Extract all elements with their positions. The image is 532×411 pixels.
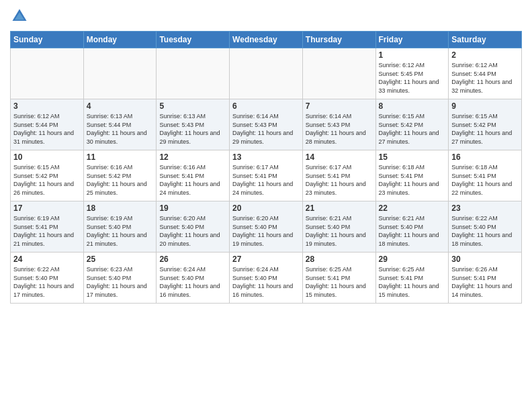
- day-info: Sunrise: 6:15 AMSunset: 5:42 PMDaylight:…: [379, 112, 446, 146]
- day-number: 14: [306, 152, 373, 162]
- week-row-3: 10Sunrise: 6:15 AMSunset: 5:42 PMDayligh…: [11, 150, 522, 201]
- weekday-header-row: SundayMondayTuesdayWednesdayThursdayFrid…: [11, 32, 522, 48]
- day-number: 20: [232, 203, 300, 213]
- day-number: 7: [306, 101, 373, 111]
- day-cell: 29Sunrise: 6:25 AMSunset: 5:41 PMDayligh…: [375, 253, 449, 304]
- day-cell: 27Sunrise: 6:24 AMSunset: 5:40 PMDayligh…: [230, 253, 303, 304]
- day-info: Sunrise: 6:19 AMSunset: 5:41 PMDaylight:…: [13, 214, 81, 248]
- day-cell: 23Sunrise: 6:22 AMSunset: 5:40 PMDayligh…: [449, 201, 522, 253]
- day-cell: 18Sunrise: 6:19 AMSunset: 5:40 PMDayligh…: [83, 201, 157, 253]
- day-number: 25: [87, 255, 154, 264]
- day-cell: [230, 48, 303, 99]
- day-info: Sunrise: 6:14 AMSunset: 5:43 PMDaylight:…: [306, 112, 373, 146]
- day-cell: 12Sunrise: 6:16 AMSunset: 5:41 PMDayligh…: [157, 150, 230, 201]
- day-number: 28: [306, 255, 373, 264]
- day-info: Sunrise: 6:21 AMSunset: 5:40 PMDaylight:…: [379, 214, 446, 248]
- day-cell: 19Sunrise: 6:20 AMSunset: 5:40 PMDayligh…: [157, 201, 230, 253]
- day-cell: 8Sunrise: 6:15 AMSunset: 5:42 PMDaylight…: [375, 99, 449, 150]
- calendar-table: SundayMondayTuesdayWednesdayThursdayFrid…: [10, 31, 522, 304]
- day-number: 22: [379, 203, 446, 213]
- day-cell: 5Sunrise: 6:13 AMSunset: 5:43 PMDaylight…: [157, 99, 230, 150]
- day-cell: [302, 48, 375, 99]
- day-cell: 24Sunrise: 6:22 AMSunset: 5:40 PMDayligh…: [11, 253, 84, 304]
- day-cell: [83, 48, 157, 99]
- day-number: 21: [306, 203, 373, 213]
- day-cell: 3Sunrise: 6:12 AMSunset: 5:44 PMDaylight…: [11, 99, 84, 150]
- day-info: Sunrise: 6:14 AMSunset: 5:43 PMDaylight:…: [232, 112, 300, 146]
- day-cell: 6Sunrise: 6:14 AMSunset: 5:43 PMDaylight…: [230, 99, 303, 150]
- day-info: Sunrise: 6:15 AMSunset: 5:42 PMDaylight:…: [13, 163, 81, 197]
- day-cell: 17Sunrise: 6:19 AMSunset: 5:41 PMDayligh…: [11, 201, 84, 253]
- day-info: Sunrise: 6:25 AMSunset: 5:41 PMDaylight:…: [306, 265, 373, 299]
- day-number: 6: [232, 101, 300, 111]
- day-cell: 22Sunrise: 6:21 AMSunset: 5:40 PMDayligh…: [375, 201, 449, 253]
- day-number: 11: [87, 152, 154, 162]
- day-cell: 25Sunrise: 6:23 AMSunset: 5:40 PMDayligh…: [83, 253, 157, 304]
- week-row-4: 17Sunrise: 6:19 AMSunset: 5:41 PMDayligh…: [11, 201, 522, 253]
- day-cell: 26Sunrise: 6:24 AMSunset: 5:40 PMDayligh…: [157, 253, 230, 304]
- day-cell: 7Sunrise: 6:14 AMSunset: 5:43 PMDaylight…: [302, 99, 375, 150]
- weekday-header-tuesday: Tuesday: [157, 32, 230, 48]
- day-cell: 15Sunrise: 6:18 AMSunset: 5:41 PMDayligh…: [375, 150, 449, 201]
- day-cell: 10Sunrise: 6:15 AMSunset: 5:42 PMDayligh…: [11, 150, 84, 201]
- day-cell: 2Sunrise: 6:12 AMSunset: 5:44 PMDaylight…: [449, 48, 522, 99]
- day-cell: 30Sunrise: 6:26 AMSunset: 5:41 PMDayligh…: [449, 253, 522, 304]
- weekday-header-sunday: Sunday: [11, 32, 84, 48]
- day-info: Sunrise: 6:26 AMSunset: 5:41 PMDaylight:…: [451, 265, 519, 299]
- day-number: 23: [451, 203, 519, 213]
- day-info: Sunrise: 6:18 AMSunset: 5:41 PMDaylight:…: [451, 163, 519, 197]
- weekday-header-wednesday: Wednesday: [230, 32, 303, 48]
- day-info: Sunrise: 6:20 AMSunset: 5:40 PMDaylight:…: [159, 214, 226, 248]
- day-number: 1: [379, 50, 446, 60]
- page: SundayMondayTuesdayWednesdayThursdayFrid…: [0, 0, 532, 411]
- day-cell: 21Sunrise: 6:21 AMSunset: 5:40 PMDayligh…: [302, 201, 375, 253]
- day-number: 24: [13, 255, 81, 264]
- day-info: Sunrise: 6:21 AMSunset: 5:40 PMDaylight:…: [306, 214, 373, 248]
- day-info: Sunrise: 6:25 AMSunset: 5:41 PMDaylight:…: [379, 265, 446, 299]
- weekday-header-thursday: Thursday: [302, 32, 375, 48]
- day-info: Sunrise: 6:12 AMSunset: 5:45 PMDaylight:…: [379, 61, 446, 95]
- day-info: Sunrise: 6:13 AMSunset: 5:44 PMDaylight:…: [87, 112, 154, 146]
- day-number: 26: [159, 255, 226, 264]
- day-number: 18: [87, 203, 154, 213]
- day-info: Sunrise: 6:22 AMSunset: 5:40 PMDaylight:…: [13, 265, 81, 299]
- day-number: 15: [379, 152, 446, 162]
- day-cell: 13Sunrise: 6:17 AMSunset: 5:41 PMDayligh…: [230, 150, 303, 201]
- day-number: 13: [232, 152, 300, 162]
- day-info: Sunrise: 6:22 AMSunset: 5:40 PMDaylight:…: [451, 214, 519, 248]
- day-number: 12: [159, 152, 226, 162]
- day-info: Sunrise: 6:12 AMSunset: 5:44 PMDaylight:…: [451, 61, 519, 95]
- day-info: Sunrise: 6:16 AMSunset: 5:42 PMDaylight:…: [87, 163, 154, 197]
- day-number: 8: [379, 101, 446, 111]
- day-info: Sunrise: 6:15 AMSunset: 5:42 PMDaylight:…: [451, 112, 519, 146]
- week-row-5: 24Sunrise: 6:22 AMSunset: 5:40 PMDayligh…: [11, 253, 522, 304]
- day-number: 19: [159, 203, 226, 213]
- day-info: Sunrise: 6:18 AMSunset: 5:41 PMDaylight:…: [379, 163, 446, 197]
- day-cell: 11Sunrise: 6:16 AMSunset: 5:42 PMDayligh…: [83, 150, 157, 201]
- day-number: 27: [232, 255, 300, 264]
- day-cell: 20Sunrise: 6:20 AMSunset: 5:40 PMDayligh…: [230, 201, 303, 253]
- day-number: 16: [451, 152, 519, 162]
- day-info: Sunrise: 6:12 AMSunset: 5:44 PMDaylight:…: [13, 112, 81, 146]
- weekday-header-friday: Friday: [375, 32, 449, 48]
- day-number: 17: [13, 203, 81, 213]
- day-cell: [157, 48, 230, 99]
- day-info: Sunrise: 6:23 AMSunset: 5:40 PMDaylight:…: [87, 265, 154, 299]
- day-cell: 4Sunrise: 6:13 AMSunset: 5:44 PMDaylight…: [83, 99, 157, 150]
- day-number: 29: [379, 255, 446, 264]
- day-number: 30: [451, 255, 519, 264]
- day-cell: [11, 48, 84, 99]
- day-info: Sunrise: 6:24 AMSunset: 5:40 PMDaylight:…: [159, 265, 226, 299]
- day-number: 10: [13, 152, 81, 162]
- day-cell: 1Sunrise: 6:12 AMSunset: 5:45 PMDaylight…: [375, 48, 449, 99]
- day-info: Sunrise: 6:24 AMSunset: 5:40 PMDaylight:…: [232, 265, 300, 299]
- day-info: Sunrise: 6:19 AMSunset: 5:40 PMDaylight:…: [87, 214, 154, 248]
- day-info: Sunrise: 6:20 AMSunset: 5:40 PMDaylight:…: [232, 214, 300, 248]
- logo-icon: [10, 7, 29, 26]
- day-info: Sunrise: 6:13 AMSunset: 5:43 PMDaylight:…: [159, 112, 226, 146]
- weekday-header-saturday: Saturday: [449, 32, 522, 48]
- day-number: 9: [451, 101, 519, 111]
- day-number: 5: [159, 101, 226, 111]
- day-info: Sunrise: 6:16 AMSunset: 5:41 PMDaylight:…: [159, 163, 226, 197]
- week-row-1: 1Sunrise: 6:12 AMSunset: 5:45 PMDaylight…: [11, 48, 522, 99]
